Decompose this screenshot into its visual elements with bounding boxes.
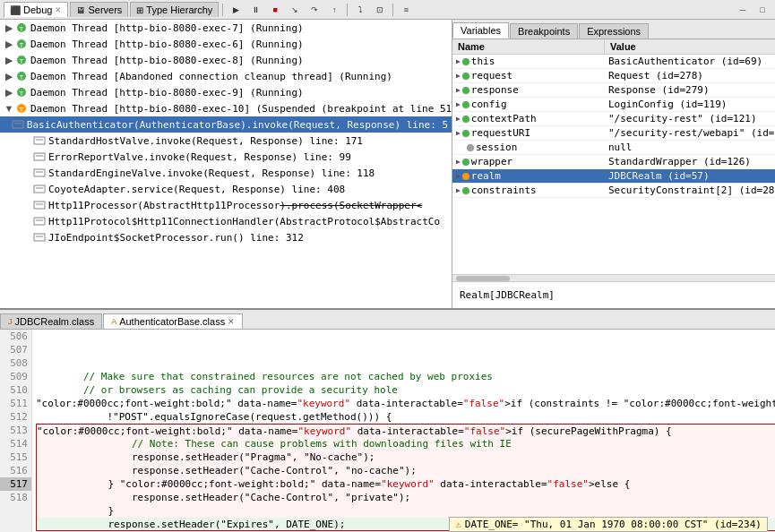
thread-item[interactable]: ▶TDaemon Thread [http-bio-8080-exec-7] (…	[0, 20, 452, 36]
var-row[interactable]: ▶ realm JDBCRealm (id=57)	[452, 169, 775, 184]
thread-text: ErrorReportValve.invoke(Request, Respons…	[48, 151, 351, 163]
thread-item[interactable]: ▶TDaemon Thread [http-bio-8080-exec-8] (…	[0, 52, 452, 68]
code-line[interactable]: }	[36, 504, 775, 518]
var-row[interactable]: ▶ contextPath "/security-rest" (id=121)	[452, 112, 775, 126]
thread-item[interactable]: ▶TDaemon Thread [http-bio-8080-exec-9] (…	[0, 84, 452, 100]
stack-frame-icon	[32, 166, 47, 180]
expand-triangle[interactable]: ▶	[456, 186, 461, 194]
btn-step-into[interactable]: ↘	[286, 1, 304, 19]
expand-arrow[interactable]: ▶	[4, 71, 14, 82]
tab-servers[interactable]: 🖥 Servers	[70, 2, 128, 17]
var-hscroll[interactable]	[452, 274, 775, 281]
tab-jdbcrealm[interactable]: J JDBCRealm.class	[0, 313, 102, 329]
btn-minimize[interactable]: ─	[734, 1, 752, 19]
btn-maximize[interactable]: □	[753, 1, 771, 19]
editor-tabs: J JDBCRealm.class A AuthenticatorBase.cl…	[0, 310, 775, 330]
thread-item[interactable]: ▶TDaemon Thread [Abandoned connection cl…	[0, 68, 452, 84]
expand-triangle[interactable]: ▶	[456, 129, 461, 137]
thread-text: BasicAuthenticator(AuthenticatorBase).in…	[27, 119, 448, 131]
expand-triangle[interactable]: ▶	[456, 57, 461, 65]
var-value-cell: null	[605, 141, 775, 154]
main-area: ▶TDaemon Thread [http-bio-8080-exec-7] (…	[0, 20, 775, 308]
code-line[interactable]: // Make sure that constrained resources …	[36, 370, 775, 383]
code-line[interactable]: "color:#0000cc;font-weight:bold;" data-n…	[36, 397, 775, 410]
code-line[interactable]: !"POST".equalsIgnoreCase(request.getMeth…	[36, 410, 775, 424]
code-content[interactable]: // Make sure that constrained resources …	[32, 330, 775, 532]
servers-icon: 🖥	[76, 5, 85, 15]
var-row[interactable]: ▶ requestURI "/security-rest/webapi" (id…	[452, 126, 775, 141]
expand-triangle[interactable]: ▶	[456, 158, 461, 166]
btn-resume[interactable]: ▶	[227, 1, 245, 19]
expand-arrow[interactable]: ▶	[4, 39, 14, 49]
tab-breakpoints[interactable]: Breakpoints	[510, 23, 578, 39]
btn-suspend[interactable]: ⏸	[246, 1, 264, 19]
btn-view-menu[interactable]: ≡	[397, 1, 415, 19]
code-line[interactable]: response.setHeader("Cache-Control", "pri…	[36, 491, 775, 504]
expand-arrow[interactable]: ▶	[4, 22, 14, 33]
variable-tooltip: ⚠DATE_ONE= "Thu, 01 Jan 1970 08:00:00 CS…	[449, 517, 768, 532]
var-row[interactable]: session null	[452, 141, 775, 155]
tab-expressions[interactable]: Expressions	[579, 23, 649, 39]
btn-step-over[interactable]: ↷	[306, 1, 323, 19]
thread-item[interactable]: StandardEngineValve.invoke(Request, Resp…	[0, 165, 452, 181]
btn-use-step[interactable]: ⤵	[351, 1, 369, 19]
jdbcrealm-icon: J	[8, 317, 13, 326]
tab-close-icon[interactable]: ✕	[228, 317, 235, 326]
thread-item[interactable]: StandardHostValve.invoke(Request, Respon…	[0, 133, 452, 149]
thread-item[interactable]: Http11Processor(AbstractHttp11Processor)…	[0, 197, 452, 213]
expand-arrow[interactable]: ▼	[4, 103, 14, 114]
var-value-cell: LoginConfig (id=119)	[605, 98, 775, 111]
var-value-cell: Request (id=278)	[605, 69, 775, 82]
string-literal: "color:#0000cc;font-weight:bold;"	[36, 397, 232, 410]
expand-triangle[interactable]: ▶	[456, 115, 461, 123]
code-line[interactable]: } "color:#0000cc;font-weight:bold;" data…	[36, 477, 775, 491]
var-row[interactable]: ▶ constraints SecurityConstraint[2] (id=…	[452, 184, 775, 198]
code-line[interactable]: response.setHeader("Cache-Control", "no-…	[36, 464, 775, 477]
thread-item[interactable]: JIoEndpoint$SocketProcessor.run() line: …	[0, 229, 452, 245]
tab-debug[interactable]: ⬛ Debug ✕	[4, 2, 68, 17]
var-row[interactable]: ▶ wrapper StandardWrapper (id=126)	[452, 155, 775, 169]
authenticatorbase-tab-label: AuthenticatorBase.class	[119, 316, 225, 327]
var-rows: ▶ this BasicAuthenticator (id=69) ▶ requ…	[452, 55, 775, 198]
btn-drop-to-frame[interactable]: ⊡	[371, 1, 389, 19]
thread-list[interactable]: ▶TDaemon Thread [http-bio-8080-exec-7] (…	[0, 20, 452, 308]
btn-terminate[interactable]: ■	[266, 1, 284, 19]
tab-variables[interactable]: Variables	[452, 22, 509, 39]
thread-item[interactable]: Http11Protocol$Http11ConnectionHandler(A…	[0, 213, 452, 229]
expand-triangle[interactable]: ▶	[456, 172, 461, 180]
thread-text: StandardHostValve.invoke(Request, Respon…	[48, 135, 363, 147]
expand-triangle[interactable]: ▶	[456, 100, 461, 108]
thread-item[interactable]: ErrorReportValve.invoke(Request, Respons…	[0, 149, 452, 165]
code-line[interactable]: response.setHeader("Pragma", "No-cache")…	[36, 450, 775, 464]
expand-triangle[interactable]: ▶	[456, 86, 461, 94]
var-value-cell: JDBCRealm (id=57)	[605, 169, 775, 183]
expand-arrow[interactable]: ▶	[4, 55, 14, 65]
thread-item[interactable]: BasicAuthenticator(AuthenticatorBase).in…	[0, 116, 452, 133]
var-row[interactable]: ▶ response Response (id=279)	[452, 83, 775, 98]
code-line[interactable]: // Note: These can cause problems with d…	[36, 437, 775, 450]
thread-item[interactable]: ▶TDaemon Thread [http-bio-8080-exec-6] (…	[0, 36, 452, 52]
line-number: 506	[0, 330, 31, 343]
svg-rect-18	[34, 169, 45, 176]
var-row[interactable]: ▶ this BasicAuthenticator (id=69)	[452, 55, 775, 69]
var-value-cell: StandardWrapper (id=126)	[605, 155, 775, 168]
svg-rect-22	[34, 202, 45, 209]
thread-text: Daemon Thread [http-bio-8080-exec-10] (S…	[30, 103, 452, 115]
string-literal: "false"	[463, 397, 504, 410]
expand-arrow[interactable]: ▶	[4, 87, 14, 98]
bottom-area: J JDBCRealm.class A AuthenticatorBase.cl…	[0, 308, 775, 532]
btn-step-return[interactable]: ↑	[325, 1, 343, 19]
stack-frame-icon	[32, 182, 47, 196]
code-line[interactable]: "color:#0000cc;font-weight:bold;" data-n…	[36, 424, 775, 437]
var-name: realm	[471, 170, 501, 182]
hscroll-thumb[interactable]	[456, 276, 510, 281]
expand-triangle[interactable]: ▶	[456, 72, 461, 80]
var-row[interactable]: ▶ config LoginConfig (id=119)	[452, 98, 775, 112]
debug-tab-close[interactable]: ✕	[55, 5, 62, 14]
thread-item[interactable]: CoyoteAdapter.service(Request, Response)…	[0, 181, 452, 197]
tab-type-hierarchy[interactable]: ⊞ Type Hierarchy	[130, 2, 219, 17]
code-line[interactable]: // or browsers as caching can provide a …	[36, 383, 775, 397]
thread-item[interactable]: ▼TDaemon Thread [http-bio-8080-exec-10] …	[0, 100, 452, 116]
var-row[interactable]: ▶ request Request (id=278)	[452, 69, 775, 83]
tab-authenticatorbase[interactable]: A AuthenticatorBase.class ✕	[103, 313, 243, 329]
